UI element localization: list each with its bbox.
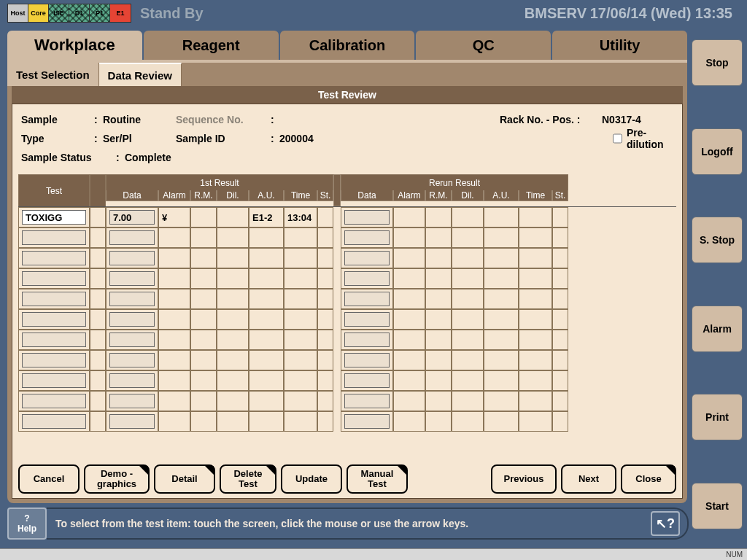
pre-dilution-label: Pre-dilution <box>627 127 676 150</box>
table-row[interactable] <box>18 411 676 432</box>
subtab-test-selection[interactable]: Test Selection <box>7 63 99 86</box>
table-row[interactable] <box>18 309 676 330</box>
table-row[interactable] <box>18 228 676 248</box>
col-time-2: Time <box>519 190 552 201</box>
numlock-indicator: NUM <box>726 551 743 559</box>
tab-workplace[interactable]: Workplace <box>7 31 142 60</box>
s-stop-button[interactable]: S. Stop <box>692 217 743 263</box>
demographics-button[interactable]: Demo - graphics <box>84 464 150 494</box>
col-st-2: St. <box>552 190 568 201</box>
sample-label: Sample <box>21 114 94 125</box>
table-row[interactable] <box>18 370 676 391</box>
datetime: 17/06/14 (Wed) 13:35 <box>590 5 732 22</box>
rack-label: Rack No. - Pos. : <box>500 114 580 125</box>
status-p1: P1 <box>90 4 110 22</box>
user-name: BMSERV <box>525 5 587 22</box>
panel-title: Test Review <box>12 86 683 104</box>
whats-this-icon[interactable]: ↖? <box>651 511 680 536</box>
col-dil-1: Dil. <box>217 190 249 201</box>
col-alarm-1: Alarm <box>158 190 190 201</box>
sampleid-label: Sample ID <box>176 133 271 144</box>
status-ise: ISE <box>49 4 69 22</box>
table-row[interactable] <box>18 268 676 289</box>
sub-tabs: Test SelectionData Review <box>7 63 687 86</box>
tab-qc[interactable]: QC <box>416 31 551 60</box>
print-button[interactable]: Print <box>692 394 743 440</box>
previous-button[interactable]: Previous <box>491 464 557 494</box>
pre-dilution-checkbox[interactable] <box>613 133 622 144</box>
manual-test-button[interactable]: Manual Test <box>347 464 408 494</box>
detail-button[interactable]: Detail <box>154 464 215 494</box>
help-button[interactable]: ? Help <box>7 508 47 540</box>
table-row[interactable] <box>18 330 676 350</box>
main-tabs: WorkplaceReagentCalibrationQCUtility <box>7 31 689 60</box>
col-group-first: 1st Result <box>106 174 333 190</box>
col-alarm-2: Alarm <box>393 190 425 201</box>
status-bar: NUM <box>0 548 747 560</box>
status-d1: D1 <box>69 4 90 22</box>
type-label: Type <box>21 133 94 144</box>
close-button[interactable]: Close <box>621 464 676 494</box>
sequence-no-label: Sequence No. <box>176 114 271 125</box>
module-status-indicators: HostCoreISED1P1E1 <box>7 4 131 23</box>
help-message-bar: To select from the test item: touch the … <box>47 508 689 540</box>
col-group-rerun: Rerun Result <box>341 174 568 190</box>
start-button[interactable]: Start <box>692 483 743 529</box>
table-row[interactable] <box>18 248 676 268</box>
col-data-2: Data <box>341 190 393 201</box>
col-au-1: A.U. <box>249 190 284 201</box>
system-status: Stand By <box>140 5 204 22</box>
sampleid-value: 200004 <box>279 133 367 144</box>
col-st-1: St. <box>317 190 333 201</box>
status-core: Core <box>28 4 49 22</box>
status-host: Host <box>8 4 28 22</box>
table-row[interactable] <box>18 289 676 309</box>
sample-status-value: Complete <box>125 152 171 163</box>
type-value: Ser/Pl <box>103 133 176 144</box>
col-rm-1: R.M. <box>190 190 217 201</box>
table-row[interactable] <box>18 391 676 411</box>
table-row[interactable] <box>18 350 676 370</box>
sample-status-label: Sample Status <box>21 152 116 163</box>
col-rm-2: R.M. <box>425 190 452 201</box>
delete-test-button[interactable]: Delete Test <box>220 464 276 494</box>
tab-utility[interactable]: Utility <box>552 31 687 60</box>
col-test: Test <box>18 174 90 206</box>
col-au-2: A.U. <box>484 190 519 201</box>
next-button[interactable]: Next <box>561 464 616 494</box>
subtab-data-review[interactable]: Data Review <box>99 63 182 86</box>
alarm-button[interactable]: Alarm <box>692 306 743 352</box>
col-data-1: Data <box>106 190 158 201</box>
tab-reagent[interactable]: Reagent <box>144 31 279 60</box>
result-table-body: TOXIGG7.00¥E1-213:04 <box>18 206 676 432</box>
cancel-button[interactable]: Cancel <box>18 464 80 494</box>
table-row[interactable]: TOXIGG7.00¥E1-213:04 <box>18 207 676 228</box>
help-message-text: To select from the test item: touch the … <box>55 518 468 529</box>
logoff-button[interactable]: Logoff <box>692 128 743 175</box>
update-button[interactable]: Update <box>281 464 342 494</box>
sample-value: Routine <box>103 114 176 125</box>
tab-calibration[interactable]: Calibration <box>280 31 415 60</box>
col-time-1: Time <box>284 190 317 201</box>
col-dil-2: Dil. <box>452 190 484 201</box>
status-e1: E1 <box>110 4 131 22</box>
rack-value: N0317-4 <box>602 114 641 125</box>
stop-button[interactable]: Stop <box>692 39 743 86</box>
